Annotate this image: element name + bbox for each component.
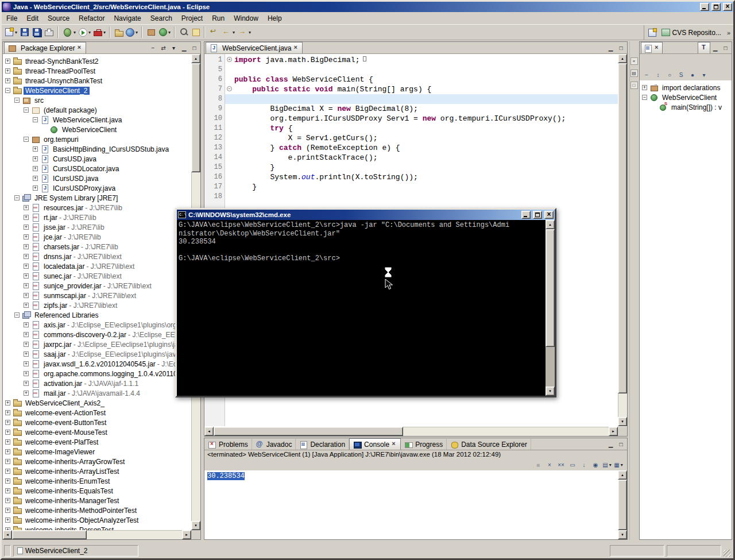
tree-item[interactable]: +org.apache.commons.logging_1.0.4.v20110… — [3, 369, 191, 379]
dropdown-arrow-icon[interactable]: ▾ — [168, 30, 171, 35]
package-explorer-hscrollbar[interactable] — [3, 530, 191, 539]
expander-collapsed-icon[interactable]: + — [24, 381, 29, 386]
tree-item[interactable]: +zipfs.jar - J:\JRE7\lib\ext — [3, 300, 191, 310]
tree-item[interactable]: +welcome-inherits-ManagerTest — [3, 496, 191, 505]
cmd-window[interactable]: C:\WINDOWS\system32\cmd.exe G:\JAVA\ecli… — [175, 208, 556, 397]
scroll-left-button[interactable] — [3, 530, 12, 539]
menu-file[interactable]: File — [2, 13, 22, 24]
clear-console-icon[interactable]: ▭ — [567, 460, 578, 470]
tree-item[interactable]: +thread-SynchBankTest2 — [3, 56, 191, 66]
tab-data-source-explorer[interactable]: Data Source Explorer — [447, 439, 531, 450]
maximize-view-icon[interactable]: □ — [189, 43, 199, 52]
close-editor-icon[interactable] — [294, 45, 299, 52]
fold-expanded-icon[interactable]: − — [227, 86, 232, 91]
scroll-left-button[interactable] — [204, 427, 214, 436]
view-menu-icon[interactable]: ▾ — [169, 43, 179, 52]
new-java-package-button[interactable] — [145, 26, 157, 38]
cmd-maximize-button[interactable] — [533, 211, 542, 219]
tree-item[interactable]: +CursUSDLocator.java — [3, 164, 191, 173]
expander-collapsed-icon[interactable]: + — [24, 244, 29, 249]
scroll-up-button[interactable] — [191, 54, 200, 63]
tree-item[interactable]: −WebServiceClient — [640, 92, 732, 102]
external-tools-button[interactable]: ▾ — [92, 26, 107, 38]
package-explorer-tab[interactable]: Package Explorer — [4, 42, 86, 53]
expander-collapsed-icon[interactable]: + — [33, 146, 38, 152]
remove-all-launches-icon[interactable]: ×× — [556, 460, 566, 470]
expander-collapsed-icon[interactable]: + — [33, 166, 38, 171]
outline-tree[interactable]: +import declarations−WebServiceClientmai… — [640, 80, 732, 539]
tree-item[interactable]: +ICursUSDProxy.java — [3, 183, 191, 193]
collapse-all-icon[interactable]: − — [641, 70, 652, 80]
open-console-icon[interactable]: ▦▾ — [613, 460, 624, 470]
cmd-scrollbar[interactable] — [546, 220, 555, 396]
minimize-view-icon[interactable]: ▁ — [179, 43, 189, 52]
scroll-down-button[interactable] — [618, 530, 627, 539]
scroll-down-button[interactable] — [618, 417, 627, 426]
expander-collapsed-icon[interactable]: + — [5, 517, 10, 523]
scroll-down-button[interactable] — [191, 521, 200, 530]
dropdown-arrow-icon[interactable]: ▾ — [15, 30, 17, 35]
console-vscrollbar[interactable] — [618, 470, 627, 539]
scroll-thumb[interactable] — [191, 63, 200, 172]
tab-progress[interactable]: Progress — [401, 439, 447, 450]
menu-project[interactable]: Project — [177, 13, 207, 24]
tree-item[interactable]: +sunjce_provider.jar - J:\JRE7\lib\ext — [3, 281, 191, 291]
expander-collapsed-icon[interactable]: + — [24, 225, 29, 230]
minimize-button[interactable] — [700, 3, 709, 11]
open-perspective-button[interactable] — [648, 28, 657, 37]
close-tab-icon[interactable] — [392, 441, 397, 448]
close-outline-icon[interactable] — [655, 45, 660, 52]
tree-item[interactable]: +welcome-inherits-EqualsTest — [3, 486, 191, 496]
fold-collapsed-icon[interactable]: + — [227, 57, 232, 62]
open-web-browser-button[interactable]: ▾ — [125, 26, 139, 38]
hide-fields-icon[interactable]: ○ — [664, 70, 675, 80]
tree-item[interactable]: +welcome-inherits-EnumTest — [3, 476, 191, 486]
tree-item[interactable]: +welcome-inherits-PersonTest — [3, 525, 191, 530]
tree-item[interactable]: −Referenced Libraries — [3, 310, 191, 320]
pin-console-icon[interactable]: ◉ — [590, 460, 601, 470]
console-output[interactable]: 30.238534 — [204, 470, 618, 539]
remove-launch-icon[interactable]: × — [544, 460, 555, 470]
expander-collapsed-icon[interactable]: + — [24, 215, 29, 220]
expander-expanded-icon[interactable]: − — [24, 137, 29, 142]
tree-item[interactable]: +welcome-ImageViewer — [3, 447, 191, 457]
expander-collapsed-icon[interactable]: + — [24, 293, 29, 298]
tree-item[interactable]: −src — [3, 95, 191, 105]
tree-item[interactable]: +thread-UnsynchBankTest — [3, 76, 191, 86]
tree-item[interactable]: WebServiceClient — [3, 125, 191, 134]
expander-collapsed-icon[interactable]: + — [5, 410, 10, 415]
new-java-project-button[interactable] — [113, 26, 124, 38]
terminate-icon[interactable]: ■ — [533, 460, 543, 470]
expander-expanded-icon[interactable]: − — [14, 195, 20, 200]
cmd-terminal[interactable]: G:\JAVA\eclipse\WebServiceClient_2\src>j… — [177, 220, 555, 396]
dropdown-arrow-icon[interactable]: ▾ — [621, 462, 623, 468]
dropdown-arrow-icon[interactable]: ▾ — [103, 30, 106, 35]
cmd-close-button[interactable] — [544, 211, 554, 219]
tree-item[interactable]: −JRE System Library [JRE7] — [3, 193, 191, 203]
menu-window[interactable]: Window — [229, 13, 263, 24]
collapse-all-icon[interactable]: − — [148, 43, 158, 52]
scroll-thumb[interactable] — [546, 229, 555, 347]
tree-item[interactable]: +commons-discovery-0.2.jar - J:\Eclipse_… — [3, 330, 191, 339]
tree-item[interactable]: +thread-ThreadPoolTest — [3, 66, 191, 76]
scroll-down-button[interactable] — [546, 387, 555, 396]
minimize-view-icon[interactable]: ▁ — [710, 43, 720, 52]
expander-collapsed-icon[interactable]: + — [24, 342, 29, 347]
tree-item[interactable]: +welcome-inherits-ObjectAnalyzerTest — [3, 515, 191, 525]
hide-static-members-icon[interactable]: S — [676, 70, 686, 80]
tree-item[interactable]: +welcome-event-ButtonTest — [3, 418, 191, 427]
scroll-up-button[interactable] — [618, 470, 627, 480]
hide-non-public-icon[interactable]: ● — [687, 70, 698, 80]
print-button[interactable] — [43, 26, 55, 38]
run-button[interactable]: ▾ — [78, 26, 92, 38]
dropdown-arrow-icon[interactable]: ▾ — [249, 30, 251, 35]
package-explorer-tree[interactable]: +thread-SynchBankTest2+thread-ThreadPool… — [3, 54, 191, 530]
tree-item[interactable]: main(String[]) : v — [640, 102, 732, 112]
expander-expanded-icon[interactable]: − — [14, 312, 20, 318]
tree-item[interactable]: +mail.jar - J:\JAVA\javamail-1.4.4 — [3, 388, 191, 398]
tree-item[interactable]: +axis.jar - J:\Eclipse_EE\eclipse1\plugi… — [3, 320, 191, 330]
tree-item[interactable]: +charsets.jar - J:\JRE7\lib — [3, 242, 191, 252]
back-button[interactable]: ▾ — [220, 26, 236, 38]
tree-item[interactable]: +sunec.jar - J:\JRE7\lib\ext — [3, 271, 191, 281]
save-button[interactable] — [19, 26, 30, 38]
